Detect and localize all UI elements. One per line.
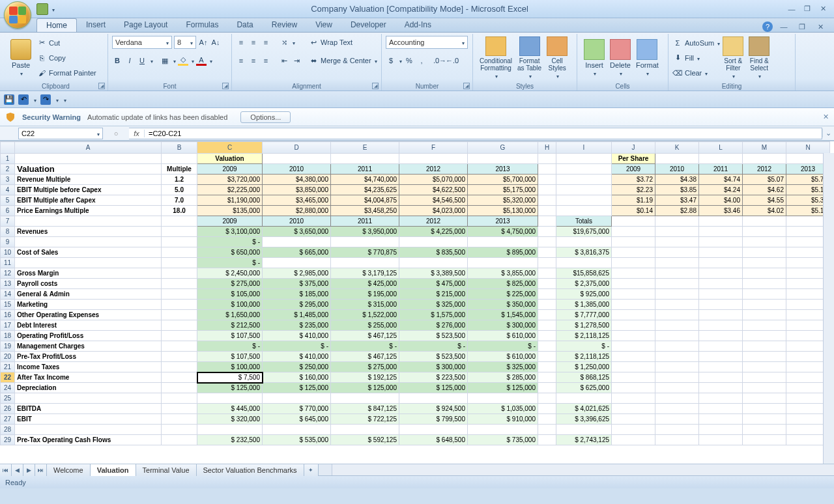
column-header-F[interactable]: F	[399, 142, 468, 154]
cell-A29[interactable]: Pre-Tax Operating Cash Flows	[15, 435, 162, 445]
horizontal-scrollbar[interactable]	[332, 464, 834, 475]
tab-data[interactable]: Data	[227, 18, 262, 32]
align-top-icon[interactable]: ≡	[236, 37, 246, 48]
cell-K18[interactable]	[655, 331, 699, 341]
cell-E29[interactable]: $ 592,125	[331, 435, 399, 445]
cell-I16[interactable]: $ 7,777,000	[556, 310, 612, 320]
cell-I11[interactable]	[556, 258, 612, 268]
cell-I29[interactable]: $ 2,743,125	[556, 435, 612, 445]
cell-B14[interactable]	[162, 289, 197, 300]
cell-J5[interactable]: $1.19	[612, 195, 655, 206]
cell-J21[interactable]	[612, 362, 655, 372]
cell-I4[interactable]	[556, 185, 612, 195]
cell-L19[interactable]	[699, 341, 743, 352]
cell-B18[interactable]	[162, 331, 197, 341]
cell-B27[interactable]	[162, 414, 197, 425]
cell-K25[interactable]	[655, 393, 699, 404]
delete-cells-button[interactable]: Delete	[607, 35, 633, 81]
cell-I15[interactable]: $ 1,385,000	[556, 300, 612, 310]
cell-A4[interactable]: EBIT Multiple before Capex	[15, 185, 162, 195]
cell-I14[interactable]: $ 925,000	[556, 289, 612, 300]
column-header-C[interactable]: C	[197, 142, 263, 154]
cell-K28[interactable]	[655, 425, 699, 435]
insert-cells-button[interactable]: Insert	[581, 35, 607, 81]
cell-J10[interactable]	[612, 247, 655, 258]
cell-L29[interactable]	[699, 435, 743, 445]
cell-H24[interactable]	[538, 383, 556, 393]
cell-G20[interactable]: $ 610,000	[468, 352, 538, 362]
cell-M14[interactable]	[743, 289, 786, 300]
row-header-16[interactable]: 16	[1, 310, 15, 320]
cell-D12[interactable]: $ 2,985,000	[263, 268, 331, 279]
cell-K12[interactable]	[655, 268, 699, 279]
cell-C24[interactable]: $ 125,000	[197, 383, 263, 393]
cell-I21[interactable]: $ 1,250,000	[556, 362, 612, 372]
cell-C26[interactable]: $ 445,000	[197, 404, 263, 414]
cell-A10[interactable]: Cost of Sales	[15, 247, 162, 258]
cell-G9[interactable]	[468, 237, 538, 247]
cell-G15[interactable]: $ 350,000	[468, 300, 538, 310]
cell-J28[interactable]	[612, 425, 655, 435]
cell-H11[interactable]	[538, 258, 556, 268]
cell-K4[interactable]: $3.85	[655, 185, 699, 195]
cell-G7[interactable]: 2013	[468, 216, 538, 227]
cell-H4[interactable]	[538, 185, 556, 195]
cell-C3[interactable]: $3,720,000	[197, 175, 263, 185]
tab-view[interactable]: View	[306, 18, 341, 32]
cell-I19[interactable]: $ -	[556, 341, 612, 352]
cell-M27[interactable]	[743, 414, 786, 425]
row-header-20[interactable]: 20	[1, 352, 15, 362]
ribbon-close-button[interactable]: ✕	[813, 21, 827, 32]
autosum-button[interactable]: ΣAutoSum	[672, 36, 720, 50]
cell-D1[interactable]	[263, 154, 331, 164]
merge-center-button[interactable]: ⬌Merge & Center	[308, 53, 377, 68]
cell-D3[interactable]: $4,380,000	[263, 175, 331, 185]
cell-D16[interactable]: $ 1,485,000	[263, 310, 331, 320]
cell-C10[interactable]: $ 650,000	[197, 247, 263, 258]
cell-F11[interactable]	[399, 258, 468, 268]
cell-E12[interactable]: $ 3,179,125	[331, 268, 399, 279]
ribbon-restore-button[interactable]: ❐	[795, 21, 809, 32]
cell-C4[interactable]: $2,225,000	[197, 185, 263, 195]
row-header-3[interactable]: 3	[1, 175, 15, 185]
cell-E8[interactable]: $ 3,950,000	[331, 227, 399, 237]
cell-C16[interactable]: $ 1,650,000	[197, 310, 263, 320]
cell-M9[interactable]	[743, 237, 786, 247]
cell-K29[interactable]	[655, 435, 699, 445]
cell-F1[interactable]	[399, 154, 468, 164]
cell-G21[interactable]: $ 325,000	[468, 362, 538, 372]
cell-L12[interactable]	[699, 268, 743, 279]
cell-J17[interactable]	[612, 320, 655, 331]
number-dialog-launcher[interactable]: ◢	[463, 83, 470, 89]
cell-M22[interactable]	[743, 372, 786, 383]
row-header-9[interactable]: 9	[1, 237, 15, 247]
cell-B17[interactable]	[162, 320, 197, 331]
cell-M1[interactable]	[743, 154, 786, 164]
cell-M11[interactable]	[743, 258, 786, 268]
row-header-2[interactable]: 2	[1, 164, 15, 175]
column-header-I[interactable]: I	[556, 142, 612, 154]
cell-J18[interactable]	[612, 331, 655, 341]
row-header-11[interactable]: 11	[1, 258, 15, 268]
cell-E13[interactable]: $ 425,000	[331, 279, 399, 289]
cell-D7[interactable]: 2010	[263, 216, 331, 227]
cell-G19[interactable]: $ -	[468, 341, 538, 352]
cell-J8[interactable]	[612, 227, 655, 237]
cell-I3[interactable]	[556, 175, 612, 185]
cell-B4[interactable]: 5.0	[162, 185, 197, 195]
cell-F25[interactable]	[399, 393, 468, 404]
fill-button[interactable]: ⬇Fill	[672, 51, 720, 65]
row-header-1[interactable]: 1	[1, 154, 15, 164]
cell-M4[interactable]: $4.62	[743, 185, 786, 195]
cell-B13[interactable]	[162, 279, 197, 289]
cell-L11[interactable]	[699, 258, 743, 268]
close-button[interactable]: ✕	[816, 4, 830, 14]
cell-M17[interactable]	[743, 320, 786, 331]
align-bottom-icon[interactable]: ≡	[261, 37, 271, 48]
cell-H22[interactable]	[538, 372, 556, 383]
column-header-J[interactable]: J	[612, 142, 655, 154]
cell-F13[interactable]: $ 475,000	[399, 279, 468, 289]
cell-G25[interactable]	[468, 393, 538, 404]
cell-C18[interactable]: $ 107,500	[197, 331, 263, 341]
cell-E26[interactable]: $ 847,125	[331, 404, 399, 414]
